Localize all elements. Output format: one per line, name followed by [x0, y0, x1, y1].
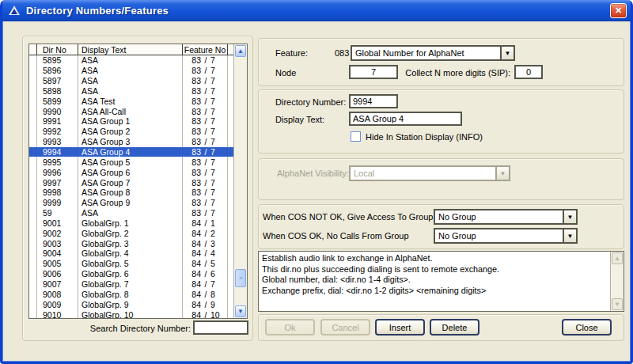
list-item[interactable]: 9010GlobalGrp. 1084/10 — [29, 309, 233, 318]
list-item[interactable]: 9004GlobalGrp. 484/4 — [29, 248, 233, 259]
list-item[interactable]: 5895ASA83/7 — [29, 55, 233, 66]
list-item[interactable]: 9009GlobalGrp. 984/9 — [29, 299, 233, 309]
collect-digits-input[interactable]: 0 — [514, 65, 543, 79]
close-icon[interactable]: ✕ — [610, 3, 627, 18]
close-button[interactable]: Close — [562, 319, 612, 336]
list-item[interactable]: 9005GlobalGrp. 584/5 — [29, 259, 233, 269]
collect-digits-label: Collect N more digits (SIP): — [374, 68, 510, 78]
list-item[interactable]: 9998ASA Group 883/7 — [29, 188, 233, 198]
cancel-button[interactable]: Cancel — [320, 319, 370, 336]
list-item[interactable]: 9994ASA Group 483/7 — [29, 147, 233, 157]
alphanet-visibility-combo: Local ▼ — [349, 165, 510, 181]
search-directory-label: Search Directory Number: — [81, 324, 191, 333]
feature-description-text: Establish audio link to exchange in Alph… — [259, 252, 610, 311]
list-item[interactable]: 9993ASA Group 383/7 — [29, 137, 233, 147]
hide-in-station-checkbox[interactable] — [351, 131, 361, 142]
description-scrollbar[interactable]: ▲ ▼ — [610, 252, 624, 311]
list-item[interactable]: 5897ASA83/7 — [29, 76, 233, 86]
directory-list: Dir No Display Text Feature No 5895ASA83… — [28, 44, 248, 319]
titlebar[interactable]: Directory Numbers/Features ✕ — [2, 0, 631, 21]
hide-in-station-label: Hide In Station Display (INFO) — [366, 132, 483, 142]
feature-description-box[interactable]: Establish audio link to exchange in Alph… — [258, 251, 624, 312]
chevron-down-icon: ▼ — [495, 167, 509, 180]
list-item[interactable]: 9999ASA Group 983/7 — [29, 198, 233, 208]
cos-not-ok-combo[interactable]: No Group ▼ — [434, 209, 578, 225]
list-item[interactable]: 9995ASA Group 583/7 — [29, 157, 233, 167]
directory-list-rows: 5895ASA83/75896ASA83/75897ASA83/75898ASA… — [29, 55, 233, 318]
feature-code: 083 — [335, 48, 349, 58]
list-item[interactable]: 59ASA83/7 — [29, 208, 233, 218]
directory-number-label: Directory Number: — [275, 97, 346, 107]
list-item[interactable]: 9990ASA All-Call83/7 — [29, 106, 233, 116]
list-item[interactable]: 5896ASA83/7 — [29, 66, 233, 76]
header-spacer — [29, 44, 37, 55]
header-spacer-end — [228, 44, 233, 55]
cos-ok-value: No Group — [435, 229, 563, 242]
list-item[interactable]: 9003GlobalGrp. 384/3 — [29, 238, 233, 248]
scrollbar-thumb[interactable]: ≡ — [235, 269, 246, 287]
list-item[interactable]: 9007GlobalGrp. 784/7 — [29, 279, 233, 290]
directory-number-input[interactable]: 9994 — [349, 94, 398, 108]
list-item[interactable]: 9008GlobalGrp. 884/8 — [29, 289, 233, 299]
ok-button[interactable]: Ok — [265, 319, 315, 336]
app-triangle-icon — [8, 4, 21, 17]
list-header: Dir No Display Text Feature No — [29, 44, 233, 55]
scroll-up-icon[interactable]: ▲ — [235, 45, 246, 57]
scroll-up-icon[interactable]: ▲ — [612, 252, 623, 264]
chevron-down-icon[interactable]: ▼ — [563, 229, 576, 242]
display-text-label: Display Text: — [275, 115, 324, 124]
list-item[interactable]: 9991ASA Group 183/7 — [29, 116, 233, 127]
list-item[interactable]: 9996ASA Group 683/7 — [29, 167, 233, 177]
header-dir-no: Dir No — [37, 44, 78, 55]
list-scrollbar[interactable]: ▲ ≡ ▼ — [233, 44, 247, 318]
feature-label: Feature: — [275, 48, 308, 58]
feature-combo[interactable]: Global Number for AlphaNet ▼ — [351, 45, 515, 61]
list-item[interactable]: 9997ASA Group 783/7 — [29, 177, 233, 188]
cos-not-ok-label: When COS NOT OK, Give Access To Group — [263, 212, 433, 222]
list-item[interactable]: 9006GlobalGrp. 684/6 — [29, 269, 233, 279]
header-display-text: Display Text — [78, 44, 183, 55]
scroll-down-icon[interactable]: ▼ — [235, 305, 246, 317]
delete-button[interactable]: Delete — [430, 319, 479, 336]
scroll-down-icon[interactable]: ▼ — [612, 298, 623, 310]
cos-ok-combo[interactable]: No Group ▼ — [434, 228, 578, 244]
cos-not-ok-value: No Group — [435, 210, 563, 223]
search-input[interactable] — [193, 320, 248, 335]
window-title: Directory Numbers/Features — [26, 5, 169, 17]
cos-ok-label: When COS OK, No Calls From Group — [263, 231, 409, 241]
list-item[interactable]: 9992ASA Group 283/7 — [29, 127, 233, 137]
chevron-down-icon[interactable]: ▼ — [563, 210, 576, 223]
list-item[interactable]: 5898ASA83/7 — [29, 86, 233, 97]
alphanet-visibility-label: AlphaNet Visibility: — [277, 169, 349, 178]
chevron-down-icon[interactable]: ▼ — [500, 47, 514, 59]
list-item[interactable]: 5899ASA Test83/7 — [29, 96, 233, 106]
header-feature-no: Feature No — [183, 44, 228, 55]
list-item[interactable]: 9001GlobalGrp. 184/1 — [29, 218, 233, 229]
list-item[interactable]: 9002GlobalGrp. 284/2 — [29, 228, 233, 238]
dialog-window: Directory Numbers/Features ✕ Dir No Disp… — [0, 0, 633, 364]
node-label: Node — [275, 68, 296, 78]
insert-button[interactable]: Insert — [375, 319, 425, 336]
alphanet-combo-value: Local — [351, 167, 495, 180]
display-text-input[interactable]: ASA Group 4 — [349, 112, 462, 126]
feature-combo-value: Global Number for AlphaNet — [352, 47, 500, 59]
